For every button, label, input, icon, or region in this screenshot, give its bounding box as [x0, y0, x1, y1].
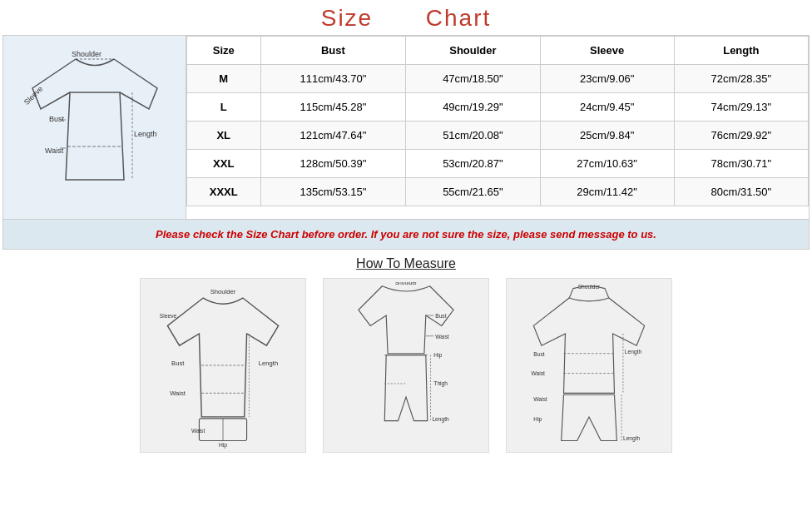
size-table: Size Bust Shoulder Sleeve Length M111cm/…: [186, 36, 809, 206]
svg-text:Shoulder: Shoulder: [578, 284, 601, 290]
measure-section: How To Measure Shoulder Bust Waist Lengt…: [2, 256, 810, 453]
col-sleeve: Sleeve: [540, 37, 674, 65]
table-cell: 53cm/20.87": [406, 150, 540, 178]
measure-hoodie: Shoulder Bust Waist Length Length Waist …: [506, 278, 672, 453]
svg-text:Hip: Hip: [433, 352, 442, 359]
table-cell: 49cm/19.29": [406, 93, 540, 122]
table-cell: 80cm/31.50": [674, 178, 808, 206]
table-cell: 111cm/43.70": [260, 65, 406, 93]
measure-pants: Shoulder Bust Waist Hip Thigh Length: [323, 278, 489, 453]
table-cell: XL: [187, 122, 261, 150]
table-cell: 128cm/50.39": [260, 150, 406, 178]
table-cell: 47cm/18.50": [406, 65, 540, 93]
table-row: M111cm/43.70"47cm/18.50"23cm/9.06"72cm/2…: [187, 65, 809, 93]
table-cell: 27cm/10.63": [540, 150, 674, 178]
table-cell: XXXL: [187, 178, 261, 206]
table-cell: 51cm/20.08": [406, 122, 540, 150]
svg-text:Shoulder: Shoulder: [71, 50, 101, 58]
col-length: Length: [674, 37, 808, 65]
svg-text:Shoulder: Shoulder: [395, 282, 418, 285]
table-section: Size Bust Shoulder Sleeve Length M111cm/…: [186, 36, 809, 219]
page-container: Size Chart Shoulder: [0, 0, 812, 516]
table-cell: 121cm/47.64": [260, 122, 406, 150]
title-chart: Chart: [426, 5, 491, 31]
table-cell: XXL: [187, 150, 261, 178]
svg-text:Thigh: Thigh: [433, 380, 448, 387]
table-cell: L: [187, 93, 261, 122]
table-row: XL121cm/47.64"51cm/20.08"25cm/9.84"76cm/…: [187, 122, 809, 150]
svg-text:Bust: Bust: [533, 351, 544, 357]
svg-text:Bust: Bust: [171, 360, 185, 367]
tshirt-diagram: Shoulder Bust Waist Sleeve Length: [16, 47, 174, 209]
table-cell: 24cm/9.45": [540, 93, 674, 122]
svg-text:Sleeve: Sleeve: [160, 313, 177, 319]
svg-text:Hip: Hip: [533, 416, 542, 423]
svg-text:Waist: Waist: [435, 334, 449, 340]
notice-bar: Please check the Size Chart before order…: [2, 220, 810, 250]
table-row: XXL128cm/50.39"53cm/20.87"27cm/10.63"78c…: [187, 150, 809, 178]
table-cell: M: [187, 65, 261, 93]
col-size: Size: [187, 37, 261, 65]
measure-images: Shoulder Bust Waist Length Sleeve Hip Wa…: [2, 278, 810, 453]
svg-text:Length: Length: [134, 130, 157, 138]
table-cell: 135cm/53.15": [260, 178, 406, 206]
table-row: XXXL135cm/53.15"55cm/21.65"29cm/11.42"80…: [187, 178, 809, 206]
diagram-section: Shoulder Bust Waist Sleeve Length: [3, 36, 186, 219]
measure-title: How To Measure: [2, 256, 810, 271]
svg-text:Length: Length: [432, 416, 449, 423]
table-cell: 74cm/29.13": [674, 93, 808, 122]
table-cell: 115cm/45.28": [260, 93, 406, 122]
svg-text:Length: Length: [625, 349, 642, 355]
svg-text:Waist: Waist: [531, 370, 545, 376]
svg-text:Shoulder: Shoulder: [210, 288, 236, 295]
table-cell: 25cm/9.84": [540, 122, 674, 150]
table-cell: 76cm/29.92": [674, 122, 808, 150]
svg-text:Bust: Bust: [435, 313, 446, 319]
title-row: Size Chart: [0, 0, 812, 35]
col-shoulder: Shoulder: [406, 37, 540, 65]
table-cell: 78cm/30.71": [674, 150, 808, 178]
table-cell: 55cm/21.65": [406, 178, 540, 206]
svg-text:Waist: Waist: [170, 389, 186, 397]
table-cell: 29cm/11.42": [540, 178, 674, 206]
table-cell: 23cm/9.06": [540, 65, 674, 93]
svg-text:Bust: Bust: [49, 115, 65, 123]
svg-text:Hip: Hip: [219, 442, 227, 449]
col-bust: Bust: [260, 37, 406, 65]
title-size: Size: [321, 5, 373, 31]
svg-text:Waist: Waist: [45, 146, 64, 155]
table-cell: 72cm/28.35": [674, 65, 808, 93]
table-header: Size Bust Shoulder Sleeve Length: [187, 37, 809, 65]
table-body: M111cm/43.70"47cm/18.50"23cm/9.06"72cm/2…: [187, 65, 809, 206]
svg-text:Waist: Waist: [191, 428, 205, 434]
content-area: Shoulder Bust Waist Sleeve Length Size: [2, 35, 810, 220]
measure-tshirt: Shoulder Bust Waist Length Sleeve Hip Wa…: [140, 278, 306, 453]
svg-text:Length: Length: [259, 360, 278, 367]
svg-text:Length: Length: [623, 435, 641, 442]
notice-text: Please check the Size Chart before order…: [156, 228, 656, 241]
table-row: L115cm/45.28"49cm/19.29"24cm/9.45"74cm/2…: [187, 93, 809, 122]
svg-text:Waist: Waist: [533, 396, 547, 402]
